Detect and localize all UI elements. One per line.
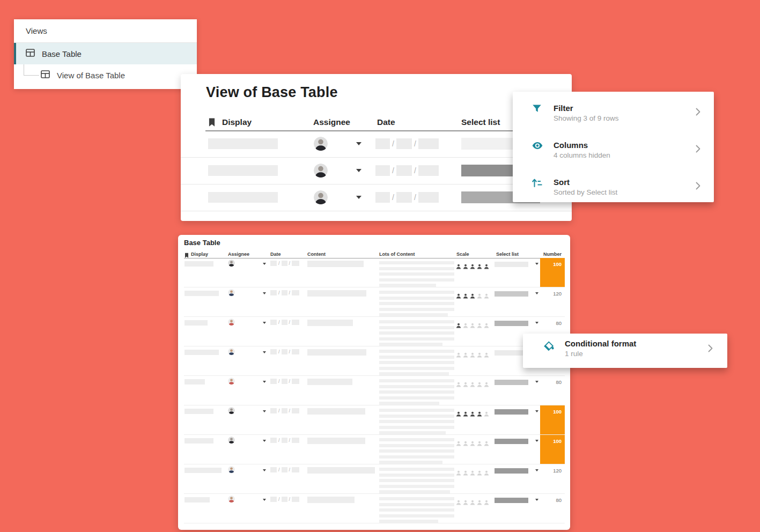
panel-item-filter[interactable]: FilterShowing 3 of 9 rows xyxy=(513,104,714,128)
view-options-panel: FilterShowing 3 of 9 rowsColumns4 column… xyxy=(513,92,714,202)
caret-down-icon[interactable] xyxy=(263,440,266,442)
caret-down-icon[interactable] xyxy=(263,410,266,412)
text-line-placeholder xyxy=(379,379,454,382)
text-line-placeholder xyxy=(379,272,454,276)
text-line-placeholder xyxy=(379,479,454,482)
table-row[interactable]: //80 xyxy=(178,494,570,523)
person-icon xyxy=(470,439,475,448)
text-line-placeholder xyxy=(379,396,454,400)
date-segment-placeholder xyxy=(396,192,412,203)
table-row[interactable]: //120 xyxy=(178,464,570,494)
scale-rating xyxy=(456,439,489,448)
content-placeholder xyxy=(307,261,364,267)
caret-down-icon[interactable] xyxy=(535,263,538,265)
date-separator: / xyxy=(278,320,280,325)
date-placeholder: // xyxy=(375,192,439,203)
column-header: Number xyxy=(543,252,562,257)
assignee-avatar xyxy=(228,378,235,385)
caret-down-icon[interactable] xyxy=(263,351,266,353)
display-placeholder xyxy=(185,320,208,326)
date-placeholder: // xyxy=(270,349,299,354)
caret-down-icon[interactable] xyxy=(263,263,266,265)
date-separator: / xyxy=(414,166,416,175)
person-icon xyxy=(477,409,482,419)
views-panel: Views Base Table View of Base Table xyxy=(14,19,197,89)
caret-down-icon[interactable] xyxy=(263,322,266,324)
chevron-right-icon[interactable] xyxy=(696,108,700,118)
table-row[interactable]: //120 xyxy=(178,287,570,317)
caret-down-icon[interactable] xyxy=(535,469,538,471)
content-placeholder xyxy=(307,497,355,503)
person-icon xyxy=(463,439,468,448)
panel-item-sort[interactable]: SortSorted by Select list xyxy=(513,178,714,202)
lots-of-content-placeholder xyxy=(379,409,454,437)
date-separator: / xyxy=(289,467,291,472)
panel-item-columns[interactable]: Columns4 columns hidden xyxy=(513,141,714,165)
number-value: 100 xyxy=(553,438,562,444)
caret-down-icon[interactable] xyxy=(356,196,361,199)
table-row[interactable]: //100 xyxy=(178,258,570,287)
date-separator: / xyxy=(289,349,291,354)
panel-item-subtitle: 1 rule xyxy=(565,350,583,358)
caret-down-icon[interactable] xyxy=(535,292,538,294)
text-line-placeholder xyxy=(379,320,454,323)
assignee-avatar xyxy=(314,164,328,178)
table-row[interactable]: //80 xyxy=(178,317,570,346)
caret-down-icon[interactable] xyxy=(263,292,266,294)
caret-down-icon[interactable] xyxy=(535,381,538,383)
column-header: Display xyxy=(222,117,252,127)
caret-down-icon[interactable] xyxy=(263,381,266,383)
caret-down-icon[interactable] xyxy=(535,410,538,412)
date-separator: / xyxy=(289,290,291,295)
caret-down-icon[interactable] xyxy=(356,142,361,145)
date-segment-placeholder xyxy=(270,349,277,354)
eye-icon xyxy=(532,141,543,152)
caret-down-icon[interactable] xyxy=(535,440,538,442)
date-segment-placeholder xyxy=(270,290,277,295)
sort-asc-icon xyxy=(532,178,543,189)
person-icon xyxy=(484,380,489,389)
scale-rating xyxy=(456,291,489,301)
date-separator: / xyxy=(278,349,280,354)
number-value: 100 xyxy=(553,409,562,415)
table-row[interactable]: //80 xyxy=(178,376,570,405)
date-segment-placeholder xyxy=(396,165,412,176)
date-placeholder: // xyxy=(270,497,299,502)
person-icon xyxy=(484,350,489,360)
assignee-avatar xyxy=(228,437,235,444)
table-row[interactable]: // xyxy=(178,346,570,376)
sidebar-item-label: View of Base Table xyxy=(57,71,125,80)
chevron-right-icon[interactable] xyxy=(696,145,700,155)
text-line-placeholder xyxy=(379,261,454,264)
panel-item-conditional-format[interactable]: Conditional format1 rule xyxy=(523,334,727,368)
sidebar-item-view-of-base-table[interactable]: View of Base Table xyxy=(14,64,197,86)
date-separator: / xyxy=(278,408,280,413)
select-list-placeholder xyxy=(495,468,528,474)
person-icon xyxy=(477,262,482,271)
person-icon xyxy=(477,498,482,507)
chevron-right-icon[interactable] xyxy=(708,344,713,354)
text-line-placeholder xyxy=(379,308,454,311)
caret-down-icon[interactable] xyxy=(263,499,266,501)
panel-item-subtitle: Showing 3 of 9 rows xyxy=(554,114,619,122)
assignee-avatar xyxy=(228,496,235,503)
text-line-placeholder xyxy=(379,420,454,423)
caret-down-icon[interactable] xyxy=(263,469,266,471)
date-segment-placeholder xyxy=(270,320,277,325)
date-segment-placeholder xyxy=(375,192,390,203)
text-line-placeholder xyxy=(379,367,454,370)
table-row[interactable]: //100 xyxy=(178,435,570,464)
assignee-avatar xyxy=(228,466,235,473)
caret-down-icon[interactable] xyxy=(535,499,538,501)
caret-down-icon[interactable] xyxy=(535,322,538,324)
person-icon xyxy=(456,439,461,448)
chevron-right-icon[interactable] xyxy=(696,182,700,192)
date-segment-placeholder xyxy=(282,261,287,266)
caret-down-icon[interactable] xyxy=(356,169,361,172)
text-line-placeholder xyxy=(379,267,454,270)
date-segment-placeholder xyxy=(282,408,287,413)
table-row[interactable]: //100 xyxy=(178,405,570,435)
sidebar-item-base-table[interactable]: Base Table xyxy=(14,43,197,64)
person-icon xyxy=(477,350,482,360)
number-value: 120 xyxy=(553,468,562,474)
